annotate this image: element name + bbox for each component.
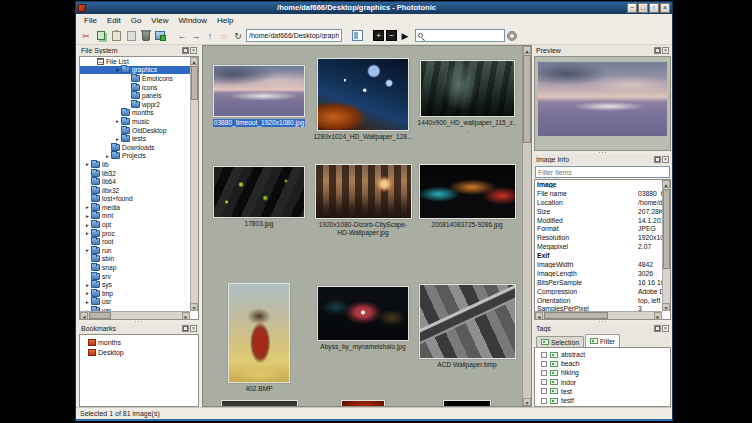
up-icon[interactable]: ↑: [204, 30, 216, 42]
bookmark-desktop[interactable]: Desktop: [88, 347, 198, 357]
thumbnail-viewport[interactable]: 03880_timeout_1920x1080.jpg1280x1024_HD_…: [202, 45, 532, 407]
tree-item-emoticons[interactable]: Emoticons: [80, 74, 190, 83]
thumbnail-image[interactable]: [419, 284, 516, 359]
shade-button[interactable]: ↑: [649, 3, 659, 13]
zoom-in-icon[interactable]: +: [373, 30, 384, 41]
thumbnail-image[interactable]: [317, 286, 409, 341]
scroll-right-icon[interactable]: ►: [182, 312, 190, 320]
close-icon[interactable]: ×: [662, 325, 669, 332]
menu-go[interactable]: Go: [126, 14, 147, 27]
tree-item-sys[interactable]: ▸sys: [80, 280, 190, 289]
save-image-icon[interactable]: [155, 31, 165, 40]
scroll-left-icon[interactable]: ◄: [535, 312, 543, 320]
tree-item-olddesktop[interactable]: OldDesktop: [80, 126, 190, 135]
settings-gear-icon[interactable]: [507, 31, 517, 41]
tree-item-graphics[interactable]: ▾graphics: [80, 66, 190, 75]
expander-closed-icon[interactable]: ▸: [114, 118, 121, 124]
thumbnail-cell[interactable]: 1440x900_HD_wallpaper_115_z...: [415, 58, 519, 164]
thumbnail-image[interactable]: [443, 400, 491, 406]
thumbnail-image[interactable]: [420, 60, 515, 117]
tag-checkbox[interactable]: [541, 370, 547, 376]
zoom-out-icon[interactable]: −: [386, 30, 397, 41]
thumb-pane-toggle-icon[interactable]: [352, 30, 363, 41]
tag-checkbox[interactable]: [541, 361, 547, 367]
tag-row-abstract[interactable]: abstract: [541, 350, 670, 359]
thumbnail-image[interactable]: [221, 400, 298, 406]
menu-help[interactable]: Help: [212, 14, 238, 27]
tree-item-downloads[interactable]: Downloads: [80, 143, 190, 152]
tree-item-lib64[interactable]: lib64: [80, 177, 190, 186]
close-icon[interactable]: ×: [662, 156, 669, 163]
tree-item-icons[interactable]: icons: [80, 83, 190, 92]
tag-row-testf[interactable]: testf: [541, 396, 670, 405]
expander-closed-icon[interactable]: ▸: [84, 222, 91, 228]
scroll-down-icon[interactable]: ▼: [523, 398, 531, 406]
thumbnail-cell[interactable]: [311, 400, 415, 406]
tree-item-root[interactable]: root: [80, 237, 190, 246]
scroll-thumb[interactable]: [544, 312, 608, 319]
tag-row-beach[interactable]: beach: [541, 359, 670, 368]
thumbnail-cell[interactable]: 03880_timeout_1920x1080.jpg: [207, 58, 311, 164]
tag-checkbox[interactable]: [541, 388, 547, 394]
tree-item-run[interactable]: ▸run: [80, 246, 190, 255]
splitter[interactable]: [534, 320, 671, 323]
back-icon[interactable]: ←: [176, 30, 188, 42]
tree-item-sbin[interactable]: sbin: [80, 255, 190, 264]
tree-item-usr[interactable]: ▸usr: [80, 298, 190, 307]
forward-icon[interactable]: →: [190, 30, 202, 42]
info-horizontal-scrollbar[interactable]: ◄ ►: [535, 311, 662, 319]
tree-item-mnt[interactable]: ▸mnt: [80, 212, 190, 221]
expander-closed-icon[interactable]: ▸: [84, 230, 91, 236]
cut-icon[interactable]: ✂: [80, 30, 92, 42]
close-icon[interactable]: ×: [190, 47, 197, 54]
tree-item-media[interactable]: ▸media: [80, 203, 190, 212]
thumbnail-image[interactable]: [341, 400, 385, 406]
thumbnail-image[interactable]: [317, 58, 409, 131]
scroll-up-icon[interactable]: ▲: [523, 46, 531, 54]
home-icon[interactable]: ⌂: [218, 30, 230, 42]
splitter[interactable]: [79, 320, 199, 323]
refresh-icon[interactable]: ↻: [232, 30, 244, 42]
menu-edit[interactable]: Edit: [102, 14, 126, 27]
expander-closed-icon[interactable]: ▸: [84, 282, 91, 288]
thumbnail-scrollbar[interactable]: ▲ ▼: [522, 46, 531, 406]
tag-row-indor[interactable]: indor: [541, 378, 670, 387]
menu-file[interactable]: File: [79, 14, 102, 27]
scroll-left-icon[interactable]: ◄: [80, 312, 88, 320]
info-vertical-scrollbar[interactable]: ▲ ▼: [662, 180, 670, 311]
path-input[interactable]: [246, 29, 342, 42]
thumbnail-image[interactable]: [419, 164, 516, 219]
search-input[interactable]: [425, 32, 502, 39]
tree-item-opt[interactable]: ▸opt: [80, 220, 190, 229]
title-bar[interactable]: /home/daf666/Desktop/graphics - Phototon…: [76, 2, 672, 14]
thumbnail-image[interactable]: [213, 166, 305, 218]
tree-item-file-list[interactable]: File List: [80, 57, 190, 66]
info-filter-input[interactable]: [535, 166, 670, 178]
tree-item-srv[interactable]: srv: [80, 272, 190, 281]
thumbnail-cell[interactable]: Abyss_by_mynameishalo.jpg: [311, 283, 415, 400]
tag-checkbox[interactable]: [541, 379, 547, 385]
expander-open-icon[interactable]: ▾: [114, 67, 121, 73]
minimize-button[interactable]: −: [627, 3, 637, 13]
thumbnail-cell[interactable]: [415, 400, 519, 406]
tree-vertical-scrollbar[interactable]: ▲ ▼: [190, 57, 198, 311]
expander-closed-icon[interactable]: ▸: [114, 136, 121, 142]
undock-icon[interactable]: [654, 47, 661, 54]
thumbnail-image[interactable]: [213, 65, 305, 117]
tree-item-months[interactable]: months: [80, 109, 190, 118]
close-icon[interactable]: ×: [190, 325, 197, 332]
bookmark-months[interactable]: months: [88, 337, 198, 347]
scroll-down-icon[interactable]: ▼: [190, 303, 198, 311]
delete-icon[interactable]: [127, 31, 136, 41]
undock-icon[interactable]: [654, 325, 661, 332]
tree-item-snap[interactable]: snap: [80, 263, 190, 272]
thumbnail-cell[interactable]: 402.BMP: [207, 283, 311, 400]
tree-item-lib[interactable]: ▸lib: [80, 160, 190, 169]
tab-filter[interactable]: Filter: [585, 334, 620, 347]
expander-closed-icon[interactable]: ▸: [84, 161, 91, 167]
expander-closed-icon[interactable]: ▸: [84, 213, 91, 219]
expander-closed-icon[interactable]: ▸: [104, 153, 111, 159]
undock-icon[interactable]: [182, 47, 189, 54]
scroll-right-icon[interactable]: ►: [654, 312, 662, 320]
scroll-down-icon[interactable]: ▼: [662, 303, 670, 311]
